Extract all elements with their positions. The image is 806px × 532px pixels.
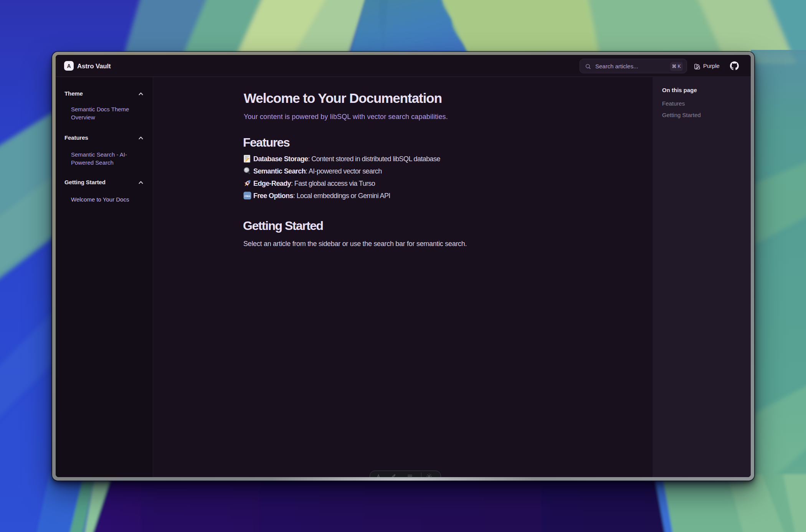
svg-text:FREE: FREE bbox=[244, 195, 250, 197]
